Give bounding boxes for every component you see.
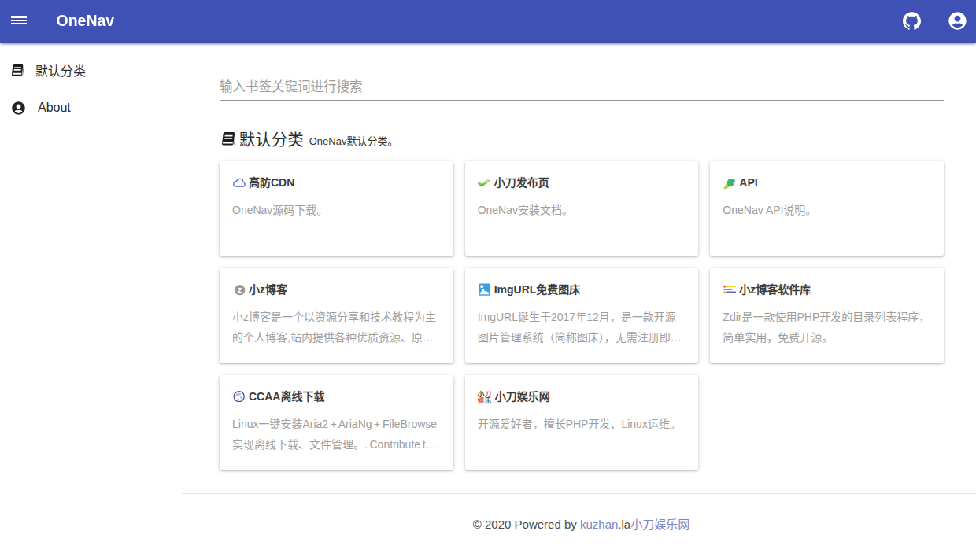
svg-text:z: z xyxy=(238,286,242,294)
